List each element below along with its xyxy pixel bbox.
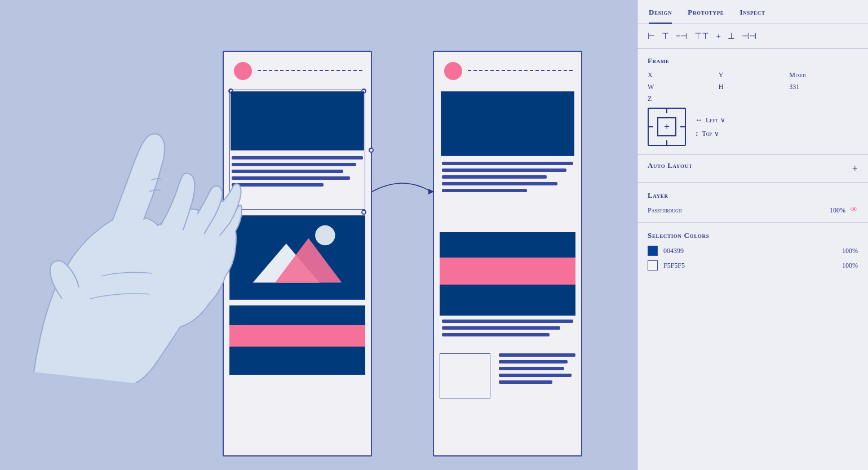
color-pct-2: 100% — [842, 261, 858, 270]
constraint-v-icon: ↕ — [695, 129, 699, 138]
passthrough-label: Passthrough — [648, 206, 681, 215]
y-value[interactable]: Mixed — [789, 71, 858, 79]
selection-colors-title: Selection Colors — [648, 231, 858, 240]
frame-props-grid: X Y Mixed W H 331 Z — [648, 71, 858, 103]
passthrough-value[interactable]: 100% — [830, 206, 845, 215]
layer-title: Layer — [648, 191, 858, 200]
align-center-h-icon[interactable]: ⊤ — [662, 31, 669, 41]
card1-text-left — [232, 156, 363, 190]
card2-text-right — [442, 320, 573, 340]
wireframe-left — [223, 51, 372, 456]
color-code-1: 004399 — [663, 247, 836, 255]
auto-layout-add-button[interactable]: + — [852, 163, 858, 175]
layer-row: Passthrough 100% 👁 — [648, 206, 858, 215]
card3-left — [229, 305, 365, 375]
handle-mr — [369, 148, 374, 153]
distribute-icon[interactable]: ⊣⊣ — [742, 31, 756, 41]
passthrough-value-group: 100% 👁 — [830, 206, 858, 215]
pink-circle-right — [444, 62, 462, 80]
constraint-v-row: ↕ Top ∨ — [695, 129, 725, 138]
constraint-v-chevron: ∨ — [714, 130, 719, 138]
constraint-h-chevron: ∨ — [720, 116, 725, 125]
h-label: H — [719, 83, 787, 91]
tab-design[interactable]: Design — [649, 8, 672, 24]
align-center-v-icon[interactable]: + — [716, 32, 720, 41]
color-swatch-1[interactable] — [648, 246, 658, 256]
constraint-v-value: Top — [702, 130, 712, 138]
card1-text-right — [442, 162, 573, 196]
constraint-h-icon: ↔ — [695, 116, 702, 125]
svg-marker-4 — [428, 189, 434, 194]
right-panel: Design Prototype Inspect ⊢ ⊤ =⊣ ⊤⊤ + ⊥ ⊣… — [637, 0, 868, 470]
z-label: Z — [648, 95, 716, 103]
color-swatch-2[interactable] — [648, 260, 658, 271]
align-right-icon[interactable]: =⊣ — [676, 31, 688, 41]
pink-circle-left — [234, 62, 252, 80]
eye-icon[interactable]: 👁 — [850, 206, 858, 215]
card1-image-right — [441, 91, 574, 156]
constraint-v-dropdown[interactable]: Top ∨ — [702, 130, 720, 138]
pink-bar-left — [229, 325, 365, 347]
align-left-icon[interactable]: ⊢ — [648, 31, 655, 41]
x-label: X — [648, 71, 716, 79]
canvas-area — [0, 0, 637, 470]
auto-layout-section: Auto Layout + — [637, 154, 868, 183]
card2-mountain-left — [229, 215, 365, 300]
arrow-connector — [366, 169, 440, 214]
auto-layout-label: Auto Layout — [648, 161, 692, 170]
color-pct-1: 100% — [842, 247, 858, 255]
color-row-1: 004399 100% — [648, 246, 858, 256]
pink-bar-right — [440, 258, 575, 285]
frame-inner-box: + — [657, 117, 676, 136]
constraint-options: ↔ Left ∨ ↕ Top ∨ — [695, 116, 725, 138]
tab-inspect[interactable]: Inspect — [739, 8, 765, 24]
wireframe-right — [433, 51, 582, 456]
card3-right — [440, 353, 575, 398]
alignment-row: ⊢ ⊤ =⊣ ⊤⊤ + ⊥ ⊣⊣ — [637, 24, 868, 48]
frame-section: Frame X Y Mixed W H 331 Z + ↔ — [637, 48, 868, 154]
color-row-2: F5F5F5 100% — [648, 260, 858, 271]
w-label: W — [648, 83, 716, 91]
constraint-h-dropdown[interactable]: Left ∨ — [706, 116, 725, 125]
handle-br — [361, 210, 366, 215]
panel-tabs: Design Prototype Inspect — [637, 0, 868, 24]
selection-colors-section: Selection Colors 004399 100% F5F5F5 100% — [637, 223, 868, 278]
layer-section: Layer Passthrough 100% 👁 — [637, 183, 868, 223]
hand-illustration — [0, 101, 242, 383]
card2-right — [440, 232, 575, 316]
align-bottom-icon[interactable]: ⊥ — [728, 31, 735, 41]
mountain-svg — [230, 216, 365, 299]
constraint-h-value: Left — [706, 116, 718, 125]
tab-prototype[interactable]: Prototype — [688, 8, 724, 24]
dashed-header-left — [258, 70, 362, 71]
y-label: Y — [719, 71, 787, 79]
h-value[interactable]: 331 — [789, 83, 858, 91]
card1-image-left — [231, 91, 364, 150]
svg-point-3 — [315, 225, 335, 246]
frame-section-title: Frame — [648, 56, 858, 65]
align-top-icon[interactable]: ⊤⊤ — [694, 31, 709, 41]
card3-text — [499, 353, 575, 387]
frame-visual: + — [648, 108, 686, 146]
color-code-2: F5F5F5 — [663, 261, 836, 270]
constraint-h-row: ↔ Left ∨ — [695, 116, 725, 125]
frame-constraint-row: + ↔ Left ∨ ↕ Top ∨ — [648, 108, 858, 146]
dashed-header-right — [468, 70, 573, 71]
